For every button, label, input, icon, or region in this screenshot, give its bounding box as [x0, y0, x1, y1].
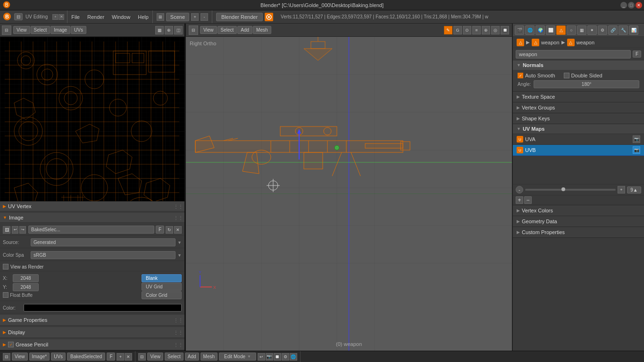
bottom-icon-1[interactable]: +	[117, 353, 124, 361]
uv-zoom-value[interactable]: 9▲	[627, 186, 641, 194]
3d-add-btn[interactable]: Add	[237, 26, 252, 34]
uvb-map-item[interactable]: U UVB 📷	[513, 145, 644, 156]
editor-type-label[interactable]: UV Editing	[24, 14, 50, 19]
minimize-button[interactable]: _	[620, 2, 627, 8]
vertex-colors-section[interactable]: ▶ Vertex Colors	[513, 205, 644, 216]
menu-window[interactable]: Window	[108, 13, 134, 21]
bottom-nav-3[interactable]: 🔲	[274, 353, 281, 361]
game-props-dots[interactable]: ⋮⋮	[175, 317, 182, 323]
uv-zoom-out-btn[interactable]: -	[516, 186, 523, 194]
scene-selector[interactable]: Scene	[166, 13, 189, 21]
modifiers-props-icon[interactable]: 🔧	[619, 25, 628, 35]
bottom-3d-view[interactable]: View	[147, 353, 163, 361]
display-dots[interactable]: ⋮⋮	[175, 329, 182, 336]
maximize-button[interactable]: □	[628, 2, 635, 8]
y-value[interactable]: 2048	[13, 283, 39, 291]
image-filename[interactable]: BakedSelec...	[28, 226, 154, 234]
bottom-workspace-name[interactable]: BakedSelected	[67, 353, 105, 361]
uv-view-btn[interactable]: View	[13, 26, 30, 34]
3d-select-btn[interactable]: Select	[217, 26, 237, 34]
uv-zoom-in-btn[interactable]: +	[618, 186, 625, 194]
renderer-selector[interactable]: Blender Render	[216, 13, 263, 21]
uva-render-btn[interactable]: 📷	[633, 135, 640, 143]
mesh-props-icon[interactable]: △	[556, 25, 566, 35]
physics-props-icon[interactable]: ⚙	[598, 25, 607, 35]
plus-icon[interactable]: +	[52, 14, 58, 20]
data-props-icon[interactable]: 📊	[629, 25, 638, 35]
breadcrumb-item-1[interactable]: weapon	[541, 40, 560, 45]
uv-icon-1[interactable]: ▦	[155, 26, 164, 34]
float-buffer-checkbox[interactable]	[3, 292, 8, 298]
shape-keys-section[interactable]: ▶ Shape Keys	[513, 113, 644, 124]
uv-grid-option[interactable]: UV Grid	[142, 283, 182, 291]
constraints-props-icon[interactable]: 🔗	[608, 25, 618, 35]
render-icon[interactable]: 🔲	[501, 26, 509, 34]
view-as-render-checkbox[interactable]	[3, 264, 8, 269]
img-reload-btn[interactable]: ↻	[166, 226, 173, 234]
grease-pencil-checkbox[interactable]: ✓	[8, 342, 14, 347]
proportional-icon[interactable]: ◎	[491, 26, 500, 34]
uvb-render-btn[interactable]: 📷	[633, 146, 640, 154]
bottom-nav-2[interactable]: 📷	[266, 353, 273, 361]
vertex-groups-section[interactable]: ▶ Vertex Groups	[513, 102, 644, 113]
3d-mesh-btn[interactable]: Mesh	[253, 26, 271, 34]
uv-zoom-slider[interactable]	[525, 189, 616, 191]
close-button[interactable]: ✕	[636, 2, 642, 8]
scene-close-icon[interactable]: +	[191, 13, 199, 21]
uv-image-btn[interactable]: Image	[50, 26, 70, 34]
3d-view-btn[interactable]: View	[200, 26, 217, 34]
geometry-data-section[interactable]: ▶ Geometry Data	[513, 216, 644, 227]
auto-smooth-checkbox[interactable]: ✓	[518, 73, 523, 78]
uv-add-btn[interactable]: +	[516, 196, 523, 204]
search-input[interactable]	[516, 50, 631, 59]
source-dropdown[interactable]: Generated	[31, 238, 176, 246]
uv-vertex-dots[interactable]: ⋮⋮	[175, 203, 182, 210]
bottom-uvs-btn[interactable]: UVs	[51, 353, 66, 361]
search-f-badge[interactable]: F	[633, 51, 641, 58]
pivot-icon[interactable]: ⊙	[463, 26, 471, 34]
edit-mode-icon[interactable]: ✎	[444, 26, 452, 34]
edit-mode-selector[interactable]: Edit Mode ▼	[219, 353, 256, 361]
bottom-editor-type[interactable]: ⊟	[3, 353, 10, 361]
object-props-icon[interactable]: ⬜	[546, 25, 555, 35]
particles-props-icon[interactable]: ✦	[587, 25, 597, 35]
uva-map-item[interactable]: U UVA 📷	[513, 134, 644, 145]
uv-remove-btn[interactable]: −	[524, 196, 532, 204]
menu-file[interactable]: File	[67, 13, 84, 21]
double-sided-checkbox[interactable]	[564, 73, 569, 78]
image-section-dots[interactable]: ⋮⋮	[175, 214, 182, 221]
world-props-icon[interactable]: 🌍	[535, 25, 545, 35]
blank-option[interactable]: Blank	[142, 274, 182, 282]
snap-icon[interactable]: ⊕	[482, 26, 490, 34]
breadcrumb-item-2[interactable]: weapon	[577, 40, 595, 45]
viewport-type-icon[interactable]: ⊟	[189, 25, 198, 35]
uv-editor-type-icon[interactable]: ⊟	[2, 25, 11, 35]
uv-uvs-btn[interactable]: UVs	[71, 26, 86, 34]
bottom-nav-4[interactable]: ⚙	[282, 353, 289, 361]
uv-maps-header[interactable]: ▼ UV Maps	[513, 124, 644, 134]
uv-icon-3[interactable]: ◫	[174, 26, 183, 34]
uv-select-btn[interactable]: Select	[31, 26, 50, 34]
img-btn-1[interactable]: ↩	[12, 226, 18, 234]
close-panel-icon[interactable]: ✕	[59, 14, 64, 20]
texture-space-section[interactable]: ▶ Texture Space	[513, 92, 644, 102]
img-close-btn[interactable]: ✕	[174, 226, 182, 234]
menu-render[interactable]: Render	[84, 13, 108, 21]
material-props-icon[interactable]: ○	[567, 25, 576, 35]
bottom-3d-mesh[interactable]: Mesh	[201, 353, 217, 361]
bottom-icon-2[interactable]: ✕	[125, 353, 132, 361]
menu-help[interactable]: Help	[134, 13, 152, 21]
bottom-nav-5[interactable]: 🌐	[290, 353, 297, 361]
bottom-image-btn[interactable]: Image*	[29, 353, 50, 361]
x-value[interactable]: 2048	[13, 274, 39, 282]
bottom-3d-type[interactable]: ⊟	[138, 353, 146, 361]
render-props-icon[interactable]: 🎬	[515, 25, 524, 35]
bottom-f-badge[interactable]: F	[107, 353, 115, 361]
uv-icon-2[interactable]: ⊕	[165, 26, 173, 34]
angle-field[interactable]: 180°	[534, 80, 639, 88]
scene-remove-icon[interactable]: -	[201, 13, 208, 21]
scene-props-icon[interactable]: 🌐	[525, 25, 535, 35]
bottom-3d-add[interactable]: Add	[185, 353, 199, 361]
window-controls[interactable]: _ □ ✕	[620, 2, 644, 8]
color-swatch[interactable]	[24, 304, 182, 311]
